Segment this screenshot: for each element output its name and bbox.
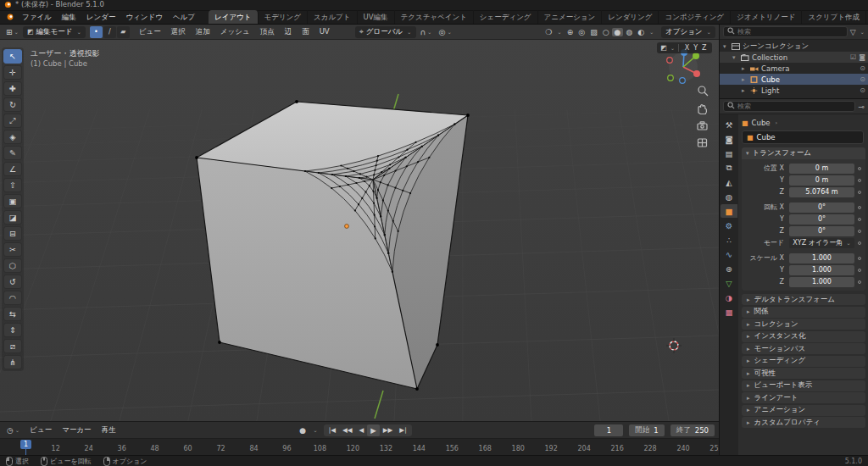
animate-dot-button[interactable] [858,257,861,260]
properties-tab-physics[interactable]: ∿ [721,247,737,261]
properties-tab-object-data[interactable]: ▽ [721,276,737,290]
tool-tweak-select[interactable]: ↖ [3,49,22,64]
properties-tab-material[interactable]: ◑ [721,291,737,304]
animate-dot-button[interactable] [858,241,861,245]
tool-bevel[interactable]: ◪ [3,210,22,225]
expander-icon[interactable]: ▸ [742,76,748,83]
tool-shrink-fatten[interactable]: ⇕ [3,323,22,337]
scale-z-field[interactable]: 1.000 [789,277,854,287]
section-collections[interactable]: ▸コレクション [742,319,865,330]
tool-move[interactable]: ✚ [3,81,22,96]
section-line-art[interactable]: ▸ラインアート [742,392,865,403]
workspace-tab-レンダリング[interactable]: レンダリング [602,10,659,24]
location-y-field[interactable]: 0 m [789,175,854,186]
viewport-menu-選択[interactable]: 選択 [166,27,191,37]
section-viewport-display[interactable]: ▸ビューポート表示 [742,380,865,391]
animate-dot-button[interactable] [858,269,861,272]
animate-dot-button[interactable] [858,167,861,170]
expander-icon[interactable]: ▸ [742,65,748,72]
outliner-row-collection[interactable]: ▾Collection☑◙ [720,52,868,63]
shading-wireframe-icon[interactable]: ○ [600,28,611,36]
eye-icon[interactable]: ⊙ [860,75,865,83]
viewport-menu-辺[interactable]: 辺 [280,27,298,37]
prev-keyframe-button[interactable]: ◀◀ [339,424,356,436]
tool-loop-cut[interactable]: ⊟ [3,226,22,241]
properties-tab-world[interactable]: ◍ [721,190,737,203]
workspace-tab-アニメーション[interactable]: アニメーション [538,10,603,24]
select-visible-dropdown-icon[interactable]: ⌄ [555,29,564,36]
select-mode-edge[interactable]: / [103,26,116,38]
options-button[interactable]: オプション⌄ [661,26,715,38]
menu-ファイル[interactable]: ファイル [17,13,57,23]
checkbox-icon[interactable]: ☑ [850,53,856,61]
tool-extrude-region[interactable]: ⇧ [3,178,22,192]
tool-knife[interactable]: ✂ [3,242,22,257]
workspace-tab-モデリング[interactable]: モデリング [259,10,309,24]
location-z-field[interactable]: 5.0764 m [789,187,854,197]
tool-edge-slide[interactable]: ⇆ [3,307,22,321]
tool-smooth[interactable]: ◠ [3,291,22,305]
properties-tab-particles[interactable]: ∴ [721,233,737,247]
screen-icon[interactable]: ◙ [859,53,865,61]
tool-scale[interactable]: ⤢ [3,114,22,128]
select-visible-icon[interactable]: ❍ [543,28,554,36]
scale-x-field[interactable]: 1.000 [789,253,854,264]
viewport-menu-UV[interactable]: UV [314,27,335,37]
shading-dropdown-icon[interactable]: ⌄ [648,29,656,36]
workspace-tab-スカルプト[interactable]: スカルプト [308,10,358,24]
proportional-editing-icon[interactable]: ◎⌄ [437,28,454,36]
play-reverse-button[interactable]: ◀ [355,424,367,436]
properties-tab-render[interactable]: ◙ [721,132,737,146]
tool-rotate[interactable]: ↻ [3,97,22,112]
tool-rip-region[interactable]: ⋔ [3,355,22,369]
workspace-tab-スクリプト作成[interactable]: スクリプト作成 [802,10,866,24]
toggle-xray-icon[interactable]: ▨ [588,28,600,36]
rotation-mode-field[interactable]: XYZ オイラー角⌄ [789,238,854,248]
tool-annotate[interactable]: ✎ [3,146,22,160]
mode-selector[interactable]: ◩編集モード⌄ [23,26,86,38]
rotation-z-field[interactable]: 0° [789,226,854,236]
section-instancing[interactable]: ▸インスタンス化 [742,331,865,342]
animate-dot-button[interactable] [858,179,861,182]
animate-dot-button[interactable] [858,230,861,233]
viewport-menu-頂点[interactable]: 頂点 [255,27,280,37]
location-x-field[interactable]: 0 m [789,164,854,174]
timeline-menu-ビュー[interactable]: ビュー [25,425,57,435]
section-animation[interactable]: ▸アニメーション [742,405,865,416]
tool-transform[interactable]: ◈ [3,130,22,144]
section-shading[interactable]: ▸シェーディング [742,356,865,367]
menu-ヘルプ[interactable]: ヘルプ [168,13,200,23]
workspace-tab-コンポジティング[interactable]: コンポジティング [659,10,731,24]
current-frame-field[interactable]: 1 [594,424,623,436]
frame-start-field[interactable]: 開始1 [629,424,664,436]
animate-dot-button[interactable] [858,206,861,209]
select-mode-face[interactable]: ▰ [117,26,130,38]
timeline-menu-マーカー[interactable]: マーカー [57,425,96,435]
filter-icon[interactable]: ▽ [850,28,856,36]
shading-rendered-icon[interactable]: ◐ [636,28,647,36]
outliner-row-camera[interactable]: ▸Camera⊙ [720,63,868,74]
play-button[interactable]: ▶ [367,424,380,436]
outliner-search[interactable] [723,26,848,37]
outliner-row-cube[interactable]: ▸Cube⊙ [720,74,868,85]
section-visibility[interactable]: ▸可視性 [742,368,865,379]
tool-poly-build[interactable]: ⬡ [3,258,22,273]
animate-dot-button[interactable] [858,191,861,194]
animate-dot-button[interactable] [858,280,861,284]
menu-レンダー[interactable]: レンダー [81,13,121,23]
outliner-search-input[interactable] [737,28,843,36]
blender-menu-icon[interactable] [3,14,17,22]
transform-section-header[interactable]: ▾ トランスフォーム [742,147,865,159]
properties-tab-scene[interactable]: ◭ [721,175,737,189]
mirror-icon[interactable]: ◩ [660,44,667,52]
workspace-tab-テクスチャペイント[interactable]: テクスチャペイント [395,10,474,24]
expander-icon[interactable]: ▾ [732,54,738,61]
properties-tab-object[interactable]: ■ [721,204,737,218]
pin-icon[interactable]: ⊸ [858,103,865,111]
menu-ウィンドウ[interactable]: ウィンドウ [120,13,168,23]
show-gizmo-icon[interactable]: ⊕ [565,28,576,36]
viewport-menu-ビュー[interactable]: ビュー [134,27,166,37]
menu-編集[interactable]: 編集 [57,13,81,23]
rotation-x-field[interactable]: 0° [789,202,854,213]
shading-material-icon[interactable]: ◍ [624,28,635,36]
